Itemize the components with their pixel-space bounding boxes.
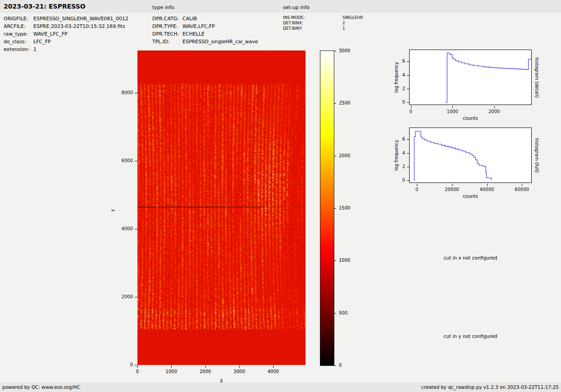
tick-label: 60000 [508, 187, 535, 192]
tick-label: 4 [388, 73, 405, 78]
meta-row-dprtech: DPR.TECH:ECHELLE [152, 30, 258, 38]
colorbar: 050010001500200025003000 [320, 50, 363, 375]
tick-mark [522, 184, 522, 186]
meta-row-insmode: INS.MODE:SINGLEHR [283, 15, 363, 20]
hist-full-canvas [409, 128, 532, 183]
tick-label: 0 [110, 362, 133, 368]
raw-image-canvas [137, 50, 306, 365]
meta-label: ORIGFILE: [4, 15, 33, 23]
meta-value: LFC_FP [33, 39, 51, 45]
tick-mark [411, 106, 411, 108]
tick-label: 2 [388, 86, 405, 91]
tick-label: 3000 [339, 48, 359, 54]
tick-label: 0 [388, 178, 405, 183]
tick-mark [334, 51, 336, 51]
tick-label: 2500 [339, 100, 359, 106]
tick-label: 2000 [110, 294, 133, 300]
hist-detail-canvas [409, 50, 532, 105]
tick-mark [334, 103, 336, 104]
tick-label: 20000 [438, 187, 465, 192]
meta-label: INS.MODE: [283, 15, 342, 20]
meta-value: ESPRESSO_SINGLEHR_WAVE081_0012 [33, 16, 128, 22]
tick-label: 8000 [110, 90, 133, 96]
meta-value: ECHELLE [182, 31, 205, 37]
meta-row-origfile: ORIGFILE:ESPRESSO_SINGLEHR_WAVE081_0012 [4, 15, 128, 23]
meta-label: DPR.TECH: [152, 30, 182, 38]
tick-mark [334, 260, 336, 261]
tick-label: 1000 [339, 258, 359, 263]
meta-row-tplid: TPL.ID:ESPRESSO_singleHR_cal_wave [152, 38, 258, 46]
tick-label: 1500 [339, 205, 359, 211]
tick-mark [407, 75, 409, 76]
tick-mark [205, 365, 206, 368]
tick-mark [452, 184, 452, 186]
tick-label: 0 [403, 187, 430, 192]
main-plot: Y X 0200040006000800001000200030004000 [110, 50, 327, 386]
tick-mark [417, 184, 417, 186]
tick-label: 4 [388, 150, 405, 156]
tick-mark [407, 180, 409, 181]
type-info-block: DPR.CATG:CALIB DPR.TYPE:WAVE,LFC,FP DPR.… [152, 15, 258, 46]
meta-label: raw_type: [4, 30, 33, 38]
tick-mark [137, 365, 138, 368]
meta-value: 1 [342, 26, 345, 31]
tick-mark [407, 167, 409, 167]
meta-label: DPR.TYPE: [152, 23, 182, 30]
meta-row-detbinx: DET.BINX:2 [283, 20, 363, 26]
tick-mark [135, 229, 137, 229]
tick-mark [273, 365, 274, 368]
tick-label: 6 [388, 59, 405, 64]
footer-bar: powered by QC: www.eso.org/HC created by… [0, 383, 561, 392]
tick-label: 2000 [481, 109, 508, 114]
meta-value: 2 [342, 21, 345, 25]
header-bar: 2023-03-21: ESPRESSO type info set-up in… [0, 0, 561, 13]
file-info-block: ORIGFILE:ESPRESSO_SINGLEHR_WAVE081_0012 … [4, 15, 128, 53]
tick-mark [407, 61, 409, 62]
hist-detail-title: histogram (detail) [534, 50, 539, 105]
tick-mark [487, 184, 488, 186]
hist-detail-xlabel: counts [409, 116, 532, 121]
tick-label: 3000 [230, 369, 248, 374]
meta-label: TPL.ID: [152, 38, 182, 46]
tick-mark [334, 313, 336, 314]
meta-value: 1 [33, 46, 36, 52]
tick-mark [494, 106, 495, 108]
meta-row-doclass: do_class:LFC_FP [4, 38, 128, 46]
tick-label: 0 [397, 109, 424, 114]
tick-label: 0 [388, 100, 405, 105]
page-title: 2023-03-21: ESPRESSO [4, 3, 86, 10]
meta-row-dprcatg: DPR.CATG:CALIB [152, 15, 258, 23]
tick-mark [334, 365, 336, 366]
hist-full-title: histogram (full) [534, 128, 539, 183]
tick-label: 1000 [162, 369, 180, 374]
tick-label: 6000 [110, 158, 133, 164]
tick-mark [334, 208, 336, 209]
tick-label: 2000 [196, 369, 214, 374]
tick-mark [135, 297, 137, 297]
footer-powered-by: powered by QC: www.eso.org/HC [2, 383, 80, 392]
meta-label: extension: [4, 46, 33, 53]
meta-row-rawtype: raw_type:WAVE_LFC_FP [4, 30, 128, 38]
tick-mark [452, 106, 453, 108]
meta-value: WAVE,LFC,FP [182, 23, 215, 29]
tick-label: 6 [388, 137, 405, 142]
tick-label: 4000 [110, 226, 133, 232]
tick-label: 40000 [474, 187, 501, 192]
meta-label: DET.BINY: [283, 26, 342, 31]
tick-label: 2000 [339, 153, 359, 159]
meta-row-dprtype: DPR.TYPE:WAVE,LFC,FP [152, 23, 258, 30]
tick-label: 1000 [439, 109, 466, 114]
meta-value: WAVE_LFC_FP [33, 31, 68, 37]
tick-mark [239, 365, 240, 368]
colorbar-gradient [320, 50, 334, 366]
setup-info-heading: set-up info [283, 5, 310, 10]
hist-full: log frequency counts histogram (full) 02… [388, 123, 546, 204]
meta-value: CALIB [182, 16, 197, 22]
tick-mark [407, 153, 409, 154]
tick-label: 0 [339, 363, 359, 368]
footer-created-by: created by qc_rawdisp.py v1.2.3 on 2023-… [421, 383, 559, 392]
meta-row-arcfile: ARCFILE:ESPRE.2023-03-22T10:15:32.169.fi… [4, 23, 128, 30]
setup-info-block: INS.MODE:SINGLEHR DET.BINX:2 DET.BINY:1 [283, 15, 363, 31]
meta-value: ESPRE.2023-03-22T10:15:32.169.fits [33, 23, 125, 29]
meta-value: SINGLEHR [342, 15, 363, 20]
